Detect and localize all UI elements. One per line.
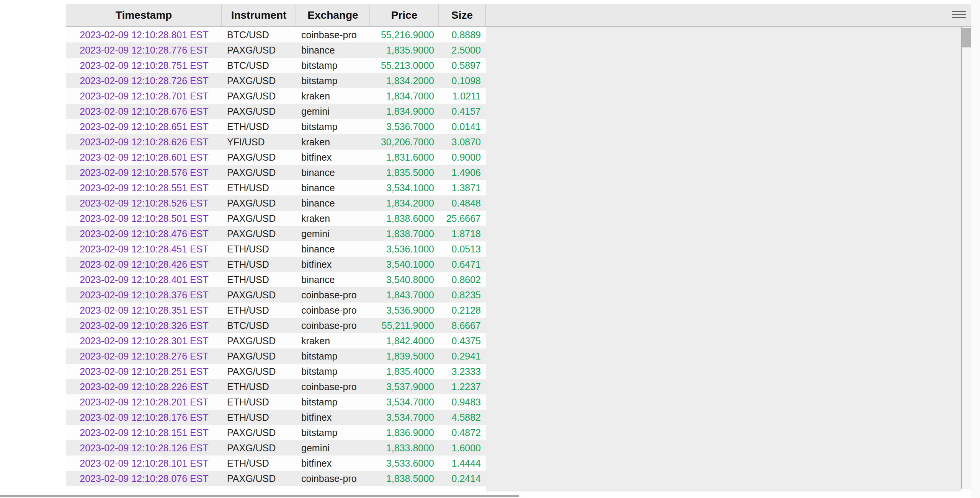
size-cell: 0.2941 [439,348,486,364]
size-cell: 1.4906 [439,165,486,180]
vertical-scrollbar-thumb[interactable] [962,28,971,47]
table-row[interactable]: 2023-02-09 12:10:28.476 ESTPAXG/USDgemin… [66,226,486,241]
exchange-cell: coinbase-pro [296,318,370,333]
table-header-row: Timestamp Instrument Exchange Price Size [66,4,972,27]
timestamp-cell: 2023-02-09 12:10:28.751 EST [66,58,222,73]
timestamp-cell: 2023-02-09 12:10:28.601 EST [66,150,222,165]
timestamp-cell: 2023-02-09 12:10:28.576 EST [66,165,222,180]
size-cell: 0.4848 [439,195,486,211]
instrument-cell: ETH/USD [222,119,296,134]
exchange-cell: binance [296,42,370,58]
price-cell: 3,536.1000 [370,241,439,257]
table-row[interactable]: 2023-02-09 12:10:28.451 ESTETH/USDbinanc… [66,241,486,257]
menu-bar [952,14,966,15]
timestamp-cell: 2023-02-09 12:10:28.226 EST [66,379,222,394]
size-cell: 0.8889 [439,27,486,42]
table-row[interactable]: 2023-02-09 12:10:28.376 ESTPAXG/USDcoinb… [66,287,486,303]
size-cell: 0.0141 [439,119,486,134]
table-row[interactable]: 2023-02-09 12:10:28.426 ESTETH/USDbitfin… [66,257,486,272]
size-cell: 0.2128 [439,303,486,318]
table-row[interactable]: 2023-02-09 12:10:28.651 ESTETH/USDbitsta… [66,119,486,134]
instrument-cell: PAXG/USD [222,425,296,440]
column-header-exchange[interactable]: Exchange [296,4,370,26]
instrument-cell: BTC/USD [222,318,296,333]
table-row[interactable]: 2023-02-09 12:10:28.151 ESTPAXG/USDbitst… [66,425,486,440]
exchange-cell: bitfinex [296,410,370,425]
size-cell: 0.8235 [439,287,486,303]
table-row[interactable]: 2023-02-09 12:10:28.776 ESTPAXG/USDbinan… [66,42,486,58]
exchange-cell: binance [296,241,370,257]
table-row[interactable]: 2023-02-09 12:10:28.501 ESTPAXG/USDkrake… [66,211,486,226]
exchange-cell: binance [296,272,370,287]
timestamp-cell: 2023-02-09 12:10:28.426 EST [66,257,222,272]
table-row[interactable]: 2023-02-09 12:10:28.251 ESTPAXG/USDbitst… [66,364,486,379]
horizontal-scrollbar-thumb[interactable] [0,495,519,497]
empty-content-panel [486,27,961,491]
price-cell: 3,536.7000 [370,119,439,134]
table-row[interactable]: 2023-02-09 12:10:28.326 ESTBTC/USDcoinba… [66,318,486,333]
timestamp-cell: 2023-02-09 12:10:28.101 EST [66,456,222,471]
table-row[interactable]: 2023-02-09 12:10:28.126 ESTPAXG/USDgemin… [66,440,486,456]
size-cell: 1.3871 [439,180,486,195]
timestamp-cell: 2023-02-09 12:10:28.676 EST [66,104,222,119]
table-row[interactable]: 2023-02-09 12:10:28.576 ESTPAXG/USDbinan… [66,165,486,180]
column-header-timestamp[interactable]: Timestamp [66,4,222,26]
price-cell: 3,534.1000 [370,180,439,195]
table-row[interactable]: 2023-02-09 12:10:28.076 ESTPAXG/USDcoinb… [66,471,486,486]
table-row[interactable]: 2023-02-09 12:10:28.201 ESTETH/USDbitsta… [66,394,486,410]
size-cell: 0.5897 [439,58,486,73]
instrument-cell: PAXG/USD [222,333,296,348]
timestamp-cell: 2023-02-09 12:10:28.801 EST [66,27,222,42]
price-cell: 55,216.9000 [370,27,439,42]
hamburger-menu-icon[interactable] [952,11,966,22]
exchange-cell: bitstamp [296,425,370,440]
column-header-size[interactable]: Size [439,4,486,26]
table-row[interactable]: 2023-02-09 12:10:28.726 ESTPAXG/USDbitst… [66,73,486,88]
size-cell: 3.2333 [439,364,486,379]
table-row[interactable]: 2023-02-09 12:10:28.401 ESTETH/USDbinanc… [66,272,486,287]
price-cell: 1,835.5000 [370,165,439,180]
instrument-cell: YFI/USD [222,134,296,150]
table-row[interactable]: 2023-02-09 12:10:28.301 ESTPAXG/USDkrake… [66,333,486,348]
table-row[interactable]: 2023-02-09 12:10:28.676 ESTPAXG/USDgemin… [66,104,486,119]
table-row[interactable]: 2023-02-09 12:10:28.801 ESTBTC/USDcoinba… [66,27,486,42]
table-row[interactable]: 2023-02-09 12:10:28.276 ESTPAXG/USDbitst… [66,348,486,364]
exchange-cell: binance [296,165,370,180]
table-row[interactable]: 2023-02-09 12:10:28.701 ESTPAXG/USDkrake… [66,88,486,104]
table-row[interactable]: 2023-02-09 12:10:28.601 ESTPAXG/USDbitfi… [66,150,486,165]
instrument-cell: PAXG/USD [222,73,296,88]
instrument-cell: ETH/USD [222,272,296,287]
instrument-cell: PAXG/USD [222,440,296,456]
timestamp-cell: 2023-02-09 12:10:28.626 EST [66,134,222,150]
size-cell: 1.0211 [439,88,486,104]
table-row[interactable]: 2023-02-09 12:10:28.176 ESTETH/USDbitfin… [66,410,486,425]
timestamp-cell: 2023-02-09 12:10:28.776 EST [66,42,222,58]
instrument-cell: PAXG/USD [222,88,296,104]
table-row[interactable]: 2023-02-09 12:10:28.751 ESTBTC/USDbitsta… [66,58,486,73]
instrument-cell: PAXG/USD [222,364,296,379]
table-row[interactable]: 2023-02-09 12:10:28.551 ESTETH/USDbinanc… [66,180,486,195]
timestamp-cell: 2023-02-09 12:10:28.076 EST [66,471,222,486]
timestamp-cell: 2023-02-09 12:10:28.151 EST [66,425,222,440]
column-header-instrument[interactable]: Instrument [222,4,296,26]
instrument-cell: PAXG/USD [222,42,296,58]
table-row[interactable]: 2023-02-09 12:10:28.351 ESTETH/USDcoinba… [66,303,486,318]
column-header-price[interactable]: Price [370,4,439,26]
exchange-cell: kraken [296,88,370,104]
exchange-cell: binance [296,180,370,195]
price-cell: 1,838.7000 [370,226,439,241]
instrument-cell: ETH/USD [222,241,296,257]
header-filler [486,4,972,26]
exchange-cell: bitstamp [296,364,370,379]
table-row[interactable]: 2023-02-09 12:10:28.226 ESTETH/USDcoinba… [66,379,486,394]
table-row[interactable]: 2023-02-09 12:10:28.626 ESTYFI/USDkraken… [66,134,486,150]
exchange-cell: bitstamp [296,394,370,410]
size-cell: 0.1098 [439,73,486,88]
table-row[interactable]: 2023-02-09 12:10:28.526 ESTPAXG/USDbinan… [66,195,486,211]
vertical-scrollbar[interactable] [962,27,971,489]
instrument-cell: PAXG/USD [222,165,296,180]
exchange-cell: bitstamp [296,348,370,364]
table-row[interactable]: 2023-02-09 12:10:28.101 ESTETH/USDbitfin… [66,456,486,471]
instrument-cell: ETH/USD [222,410,296,425]
exchange-cell: binance [296,195,370,211]
